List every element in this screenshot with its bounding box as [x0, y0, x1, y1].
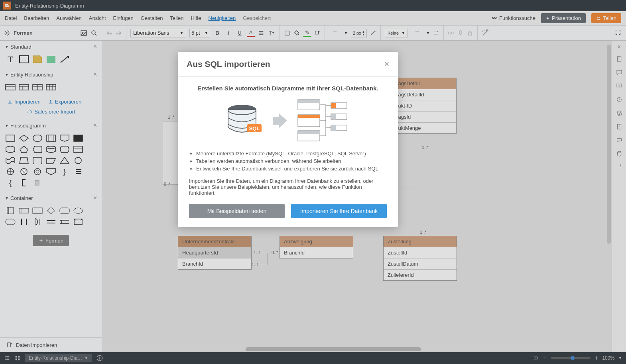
layers-icon[interactable] [615, 109, 623, 117]
chevron-down-icon[interactable]: ▼ [426, 31, 430, 35]
block-shape-icon[interactable] [45, 55, 57, 64]
er-shape-icon[interactable] [45, 83, 57, 92]
note-shape-icon[interactable] [32, 55, 43, 64]
close-icon[interactable]: × [384, 59, 389, 69]
flow-shape-icon[interactable] [45, 156, 57, 165]
close-icon[interactable]: × [93, 43, 97, 50]
flow-shape-icon[interactable] [73, 145, 84, 154]
vertical-scrollbar[interactable] [607, 41, 611, 352]
container-shape-icon[interactable] [59, 206, 70, 215]
bold-icon[interactable]: B [213, 29, 221, 37]
undo-icon[interactable] [106, 30, 112, 36]
section-er[interactable]: ▼ Entity Relationship × [0, 68, 102, 80]
list-view-icon[interactable] [4, 355, 10, 361]
highlight-icon[interactable]: ✎ [303, 29, 311, 37]
border-icon[interactable] [284, 30, 290, 36]
flow-shape-icon[interactable] [59, 145, 70, 154]
menu-share[interactable]: Teilen [170, 15, 183, 21]
text-shape-icon[interactable]: T [5, 55, 16, 64]
section-flow[interactable]: ▼ Flussdiagramm × [0, 119, 102, 131]
stroke-width-input[interactable]: 2 px ▲▼ [351, 29, 367, 37]
close-icon[interactable]: × [93, 122, 97, 129]
wand-icon[interactable] [482, 29, 489, 37]
menu-format[interactable]: Gestalten [141, 15, 163, 21]
gear-icon[interactable] [4, 30, 10, 36]
underline-icon[interactable]: U [236, 29, 244, 37]
container-shape-icon[interactable] [5, 206, 16, 215]
import-db-button[interactable]: Importieren Sie Ihre Datenbank [291, 204, 387, 218]
flow-shape-icon[interactable] [32, 156, 43, 165]
flow-shape-icon[interactable]: } [59, 167, 70, 176]
font-size-select[interactable]: 5 pt ▼ [189, 29, 210, 37]
flow-shape-icon[interactable] [18, 178, 30, 187]
database-icon[interactable] [615, 150, 623, 158]
wand-icon[interactable] [615, 163, 623, 171]
menu-view[interactable]: Ansicht [89, 15, 106, 21]
menu-edit[interactable]: Bearbeiten [24, 15, 49, 21]
flow-shape-icon[interactable] [59, 134, 70, 143]
container-shape-icon[interactable] [18, 217, 30, 226]
flow-shape-icon[interactable] [45, 167, 57, 176]
flow-shape-icon[interactable] [18, 167, 30, 176]
data-import-button[interactable]: Daten importieren [0, 337, 102, 352]
flow-shape-icon[interactable] [45, 134, 57, 143]
horizontal-scrollbar[interactable] [102, 347, 612, 351]
menu-help[interactable]: Hilfe [191, 15, 201, 21]
presentation-icon[interactable] [615, 82, 623, 90]
flow-shape-icon[interactable] [5, 145, 16, 154]
arrow-style-icon[interactable] [411, 31, 423, 35]
collapse-panel-icon[interactable]: « [618, 43, 621, 49]
flow-shape-icon[interactable] [73, 134, 84, 143]
container-shape-icon[interactable] [45, 206, 57, 215]
swap-icon[interactable] [433, 30, 439, 36]
flow-shape-icon[interactable] [73, 167, 84, 176]
container-shape-icon[interactable] [18, 206, 30, 215]
document-title[interactable]: Entity-Relationship-Diagramm [15, 3, 84, 9]
menu-select[interactable]: Auswählen [56, 15, 82, 21]
container-shape-icon[interactable] [73, 217, 84, 226]
line-style-icon[interactable] [329, 31, 341, 35]
container-shape-icon[interactable] [32, 206, 43, 215]
er-shape-icon[interactable] [5, 83, 16, 92]
add-page-icon[interactable] [96, 354, 103, 362]
redo-icon[interactable] [116, 30, 122, 36]
lock-icon[interactable] [467, 30, 473, 36]
comment-box-icon[interactable] [615, 68, 623, 76]
function-search[interactable]: Funktionssuche [491, 15, 535, 22]
font-select[interactable]: Liberation Sans ▼ [130, 29, 186, 37]
shape-props-icon[interactable] [314, 30, 321, 36]
fill-icon[interactable] [293, 30, 300, 36]
line-curve-icon[interactable] [370, 30, 376, 36]
flow-shape-icon[interactable] [32, 145, 43, 154]
close-icon[interactable]: × [93, 71, 97, 78]
er-shape-icon[interactable] [32, 83, 43, 92]
menu-file[interactable]: Datei [5, 15, 17, 21]
fullscreen-icon[interactable] [615, 29, 621, 35]
entity-abzweigung[interactable]: Abzweigung BranchId [280, 236, 353, 258]
chevron-down-icon[interactable]: ▼ [618, 356, 622, 360]
flow-shape-icon[interactable] [73, 156, 84, 165]
container-shape-icon[interactable] [5, 217, 16, 226]
present-button[interactable]: Präsentation [541, 13, 586, 23]
flow-shape-icon[interactable]: { [5, 178, 16, 187]
align-icon[interactable] [258, 30, 264, 36]
image-icon[interactable] [80, 29, 87, 37]
container-shape-icon[interactable] [73, 206, 84, 215]
flow-shape-icon[interactable] [5, 156, 16, 165]
entity-zustellung[interactable]: Zustellung ZustellId ZustellDatum Zulief… [383, 236, 457, 281]
target-icon[interactable] [533, 355, 539, 361]
line-shape-icon[interactable] [59, 55, 70, 64]
chat-icon[interactable] [615, 136, 623, 144]
sample-data-button[interactable]: Mit Beispieldaten testen [189, 204, 285, 218]
import-link[interactable]: Importieren [7, 99, 41, 105]
menu-news[interactable]: Neuigkeiten [208, 15, 236, 21]
container-shape-icon[interactable] [59, 217, 70, 226]
flow-shape-icon[interactable] [18, 134, 30, 143]
zoom-out-icon[interactable]: − [543, 354, 547, 362]
flow-shape-icon[interactable] [18, 145, 30, 154]
zoom-slider[interactable] [551, 357, 591, 359]
flow-shape-icon[interactable] [32, 178, 43, 187]
entity-unternehmenszentrale[interactable]: Unternehmenszentrale HeadquartersId Bran… [178, 236, 252, 270]
italic-icon[interactable]: I [224, 29, 232, 37]
chevron-down-icon[interactable]: ▼ [344, 31, 348, 35]
